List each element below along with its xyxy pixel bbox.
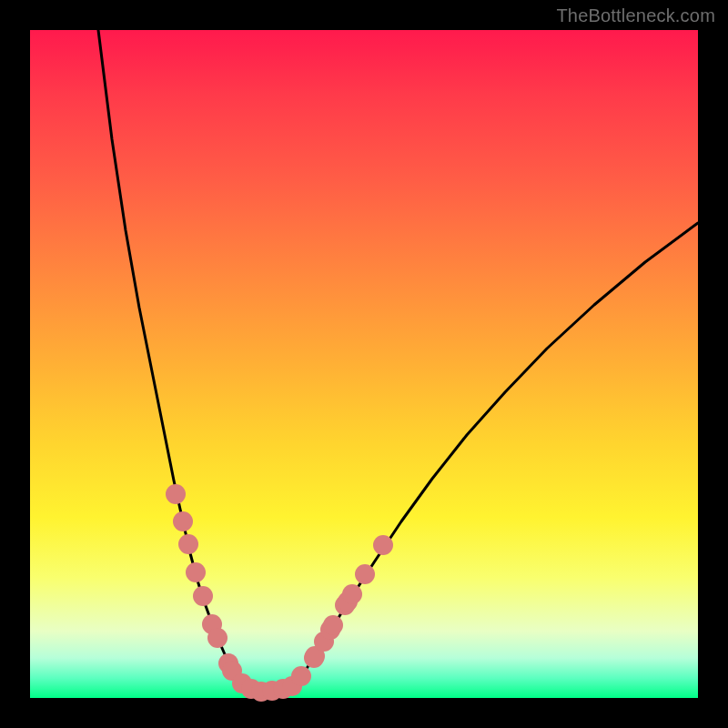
chart-svg bbox=[30, 30, 698, 698]
curve-marker bbox=[355, 564, 375, 584]
curve-marker bbox=[342, 584, 362, 604]
chart-frame: TheBottleneck.com bbox=[0, 0, 728, 728]
curve-marker bbox=[166, 484, 186, 504]
curve-marker bbox=[207, 628, 228, 648]
curve-marker bbox=[178, 534, 198, 554]
curve-marker bbox=[291, 666, 311, 686]
curve-marker bbox=[323, 615, 343, 635]
bottleneck-curve bbox=[98, 30, 698, 692]
curve-marker bbox=[186, 562, 206, 582]
plot-area bbox=[30, 30, 698, 698]
curve-marker bbox=[173, 511, 193, 531]
watermark-label: TheBottleneck.com bbox=[556, 5, 715, 26]
curve-marker bbox=[193, 586, 213, 606]
curve-marker bbox=[373, 535, 393, 555]
marker-group bbox=[166, 484, 393, 702]
